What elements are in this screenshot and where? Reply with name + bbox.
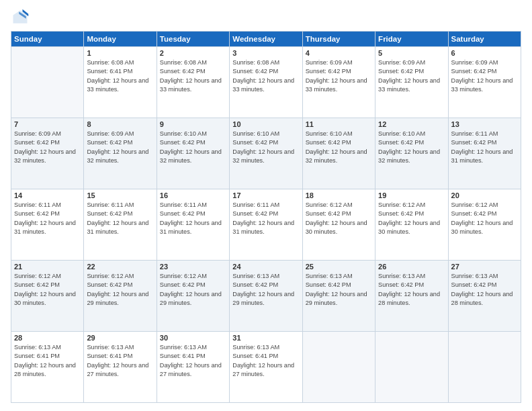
cell-sun-info: Sunrise: 6:13 AM Sunset: 6:41 PM Dayligh… — [232, 343, 299, 379]
cell-day-number: 3 — [232, 49, 299, 57]
cell-sun-info: Sunrise: 6:08 AM Sunset: 6:42 PM Dayligh… — [232, 58, 299, 94]
cell-sun-info: Sunrise: 6:09 AM Sunset: 6:42 PM Dayligh… — [14, 130, 81, 165]
cell-day-number: 6 — [451, 49, 518, 57]
calendar-cell: 16Sunrise: 6:11 AM Sunset: 6:42 PM Dayli… — [157, 189, 229, 261]
calendar-cell: 6Sunrise: 6:09 AM Sunset: 6:42 PM Daylig… — [448, 47, 521, 118]
cell-sun-info: Sunrise: 6:13 AM Sunset: 6:42 PM Dayligh… — [306, 272, 372, 308]
calendar-week-row: 1Sunrise: 6:08 AM Sunset: 6:41 PM Daylig… — [11, 47, 521, 118]
cell-sun-info: Sunrise: 6:10 AM Sunset: 6:42 PM Dayligh… — [232, 130, 299, 165]
calendar-week-row: 28Sunrise: 6:13 AM Sunset: 6:41 PM Dayli… — [11, 332, 521, 403]
calendar-week-row: 14Sunrise: 6:11 AM Sunset: 6:42 PM Dayli… — [11, 189, 521, 261]
calendar-cell — [302, 332, 375, 403]
calendar-cell: 31Sunrise: 6:13 AM Sunset: 6:41 PM Dayli… — [230, 332, 302, 403]
cell-sun-info: Sunrise: 6:13 AM Sunset: 6:41 PM Dayligh… — [160, 343, 226, 379]
cell-day-number: 31 — [232, 334, 299, 342]
weekday-header: Sunday — [11, 32, 84, 47]
cell-sun-info: Sunrise: 6:09 AM Sunset: 6:42 PM Dayligh… — [451, 58, 518, 94]
calendar-cell: 22Sunrise: 6:12 AM Sunset: 6:42 PM Dayli… — [84, 261, 157, 332]
cell-sun-info: Sunrise: 6:12 AM Sunset: 6:42 PM Dayligh… — [14, 272, 81, 308]
calendar-cell: 12Sunrise: 6:10 AM Sunset: 6:42 PM Dayli… — [375, 118, 448, 189]
calendar-cell: 19Sunrise: 6:12 AM Sunset: 6:42 PM Dayli… — [375, 189, 448, 261]
cell-sun-info: Sunrise: 6:13 AM Sunset: 6:42 PM Dayligh… — [451, 272, 518, 308]
cell-day-number: 16 — [160, 191, 226, 199]
cell-sun-info: Sunrise: 6:11 AM Sunset: 6:42 PM Dayligh… — [160, 201, 226, 236]
page: SundayMondayTuesdayWednesdayThursdayFrid… — [0, 0, 532, 411]
calendar-table: SundayMondayTuesdayWednesdayThursdayFrid… — [11, 31, 521, 403]
cell-day-number: 17 — [232, 191, 299, 199]
cell-day-number: 25 — [306, 263, 372, 271]
cell-day-number: 28 — [14, 334, 81, 342]
header — [11, 8, 521, 27]
calendar-cell: 1Sunrise: 6:08 AM Sunset: 6:41 PM Daylig… — [84, 47, 157, 118]
weekday-header: Monday — [84, 32, 157, 47]
calendar-cell: 10Sunrise: 6:10 AM Sunset: 6:42 PM Dayli… — [230, 118, 302, 189]
calendar-week-row: 7Sunrise: 6:09 AM Sunset: 6:42 PM Daylig… — [11, 118, 521, 189]
calendar-cell: 9Sunrise: 6:10 AM Sunset: 6:42 PM Daylig… — [157, 118, 229, 189]
weekday-header: Wednesday — [230, 32, 302, 47]
cell-day-number: 15 — [87, 191, 153, 199]
cell-sun-info: Sunrise: 6:11 AM Sunset: 6:42 PM Dayligh… — [87, 201, 153, 236]
calendar-cell: 8Sunrise: 6:09 AM Sunset: 6:42 PM Daylig… — [84, 118, 157, 189]
calendar-cell — [375, 332, 448, 403]
cell-day-number: 18 — [306, 191, 372, 199]
cell-sun-info: Sunrise: 6:12 AM Sunset: 6:42 PM Dayligh… — [160, 272, 226, 308]
cell-day-number: 14 — [14, 191, 81, 199]
cell-day-number: 30 — [160, 334, 226, 342]
calendar-cell: 26Sunrise: 6:13 AM Sunset: 6:42 PM Dayli… — [375, 261, 448, 332]
cell-day-number: 22 — [87, 263, 153, 271]
cell-sun-info: Sunrise: 6:10 AM Sunset: 6:42 PM Dayligh… — [378, 130, 445, 165]
cell-sun-info: Sunrise: 6:10 AM Sunset: 6:42 PM Dayligh… — [160, 130, 226, 165]
weekday-header: Thursday — [302, 32, 375, 47]
cell-sun-info: Sunrise: 6:08 AM Sunset: 6:41 PM Dayligh… — [87, 58, 153, 94]
calendar-cell: 23Sunrise: 6:12 AM Sunset: 6:42 PM Dayli… — [157, 261, 229, 332]
cell-day-number: 26 — [378, 263, 445, 271]
logo — [11, 8, 32, 27]
calendar-cell: 11Sunrise: 6:10 AM Sunset: 6:42 PM Dayli… — [302, 118, 375, 189]
calendar-cell: 24Sunrise: 6:13 AM Sunset: 6:42 PM Dayli… — [230, 261, 302, 332]
cell-sun-info: Sunrise: 6:13 AM Sunset: 6:41 PM Dayligh… — [14, 343, 81, 379]
cell-sun-info: Sunrise: 6:12 AM Sunset: 6:42 PM Dayligh… — [378, 201, 445, 236]
cell-sun-info: Sunrise: 6:09 AM Sunset: 6:42 PM Dayligh… — [306, 58, 372, 94]
cell-day-number: 23 — [160, 263, 226, 271]
cell-sun-info: Sunrise: 6:12 AM Sunset: 6:42 PM Dayligh… — [306, 201, 372, 236]
calendar-cell: 17Sunrise: 6:11 AM Sunset: 6:42 PM Dayli… — [230, 189, 302, 261]
cell-sun-info: Sunrise: 6:09 AM Sunset: 6:42 PM Dayligh… — [87, 130, 153, 165]
cell-sun-info: Sunrise: 6:11 AM Sunset: 6:42 PM Dayligh… — [451, 130, 518, 165]
cell-day-number: 20 — [451, 191, 518, 199]
cell-sun-info: Sunrise: 6:12 AM Sunset: 6:42 PM Dayligh… — [451, 201, 518, 236]
calendar-cell: 29Sunrise: 6:13 AM Sunset: 6:41 PM Dayli… — [84, 332, 157, 403]
calendar-cell: 7Sunrise: 6:09 AM Sunset: 6:42 PM Daylig… — [11, 118, 84, 189]
calendar-cell: 28Sunrise: 6:13 AM Sunset: 6:41 PM Dayli… — [11, 332, 84, 403]
calendar-cell — [448, 332, 521, 403]
cell-day-number: 7 — [14, 120, 81, 128]
cell-day-number: 29 — [87, 334, 153, 342]
cell-day-number: 21 — [14, 263, 81, 271]
calendar-cell: 15Sunrise: 6:11 AM Sunset: 6:42 PM Dayli… — [84, 189, 157, 261]
calendar-cell: 25Sunrise: 6:13 AM Sunset: 6:42 PM Dayli… — [302, 261, 375, 332]
cell-day-number: 19 — [378, 191, 445, 199]
calendar-cell: 27Sunrise: 6:13 AM Sunset: 6:42 PM Dayli… — [448, 261, 521, 332]
cell-sun-info: Sunrise: 6:09 AM Sunset: 6:42 PM Dayligh… — [378, 58, 445, 94]
calendar-cell: 20Sunrise: 6:12 AM Sunset: 6:42 PM Dayli… — [448, 189, 521, 261]
calendar-cell: 3Sunrise: 6:08 AM Sunset: 6:42 PM Daylig… — [230, 47, 302, 118]
cell-day-number: 9 — [160, 120, 226, 128]
cell-day-number: 1 — [87, 49, 153, 57]
calendar-cell: 14Sunrise: 6:11 AM Sunset: 6:42 PM Dayli… — [11, 189, 84, 261]
calendar-cell: 30Sunrise: 6:13 AM Sunset: 6:41 PM Dayli… — [157, 332, 229, 403]
cell-sun-info: Sunrise: 6:11 AM Sunset: 6:42 PM Dayligh… — [14, 201, 81, 236]
cell-day-number: 8 — [87, 120, 153, 128]
logo-icon — [11, 8, 30, 27]
cell-sun-info: Sunrise: 6:13 AM Sunset: 6:42 PM Dayligh… — [232, 272, 299, 308]
calendar-cell — [11, 47, 84, 118]
calendar-header-row: SundayMondayTuesdayWednesdayThursdayFrid… — [11, 32, 521, 47]
calendar-cell: 13Sunrise: 6:11 AM Sunset: 6:42 PM Dayli… — [448, 118, 521, 189]
calendar-cell: 18Sunrise: 6:12 AM Sunset: 6:42 PM Dayli… — [302, 189, 375, 261]
cell-sun-info: Sunrise: 6:13 AM Sunset: 6:42 PM Dayligh… — [378, 272, 445, 308]
cell-day-number: 13 — [451, 120, 518, 128]
cell-sun-info: Sunrise: 6:12 AM Sunset: 6:42 PM Dayligh… — [87, 272, 153, 308]
calendar-cell: 5Sunrise: 6:09 AM Sunset: 6:42 PM Daylig… — [375, 47, 448, 118]
cell-day-number: 2 — [160, 49, 226, 57]
weekday-header: Saturday — [448, 32, 521, 47]
calendar-cell: 2Sunrise: 6:08 AM Sunset: 6:42 PM Daylig… — [157, 47, 229, 118]
cell-day-number: 4 — [306, 49, 372, 57]
